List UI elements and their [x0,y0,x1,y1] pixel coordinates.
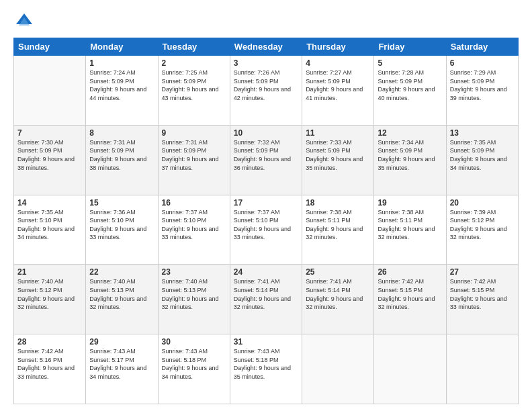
weekday-header-thursday: Thursday [302,38,374,56]
day-info: Sunrise: 7:42 AMSunset: 5:15 PMDaylight:… [450,277,515,311]
day-info: Sunrise: 7:42 AMSunset: 5:15 PMDaylight:… [378,277,442,311]
calendar-week-row: 21Sunrise: 7:40 AMSunset: 5:12 PMDayligh… [14,265,519,334]
calendar-cell [302,334,374,404]
day-info: Sunrise: 7:40 AMSunset: 5:13 PMDaylight:… [162,277,226,311]
day-info: Sunrise: 7:28 AMSunset: 5:09 PMDaylight:… [378,68,442,102]
weekday-header-saturday: Saturday [446,38,518,56]
calendar-cell: 26Sunrise: 7:42 AMSunset: 5:15 PMDayligh… [374,265,446,334]
calendar-cell: 10Sunrise: 7:32 AMSunset: 5:09 PMDayligh… [230,125,302,195]
calendar-cell: 31Sunrise: 7:43 AMSunset: 5:18 PMDayligh… [230,334,302,404]
day-number: 15 [89,198,154,208]
day-number: 3 [234,58,298,68]
calendar-cell: 30Sunrise: 7:43 AMSunset: 5:18 PMDayligh… [158,334,230,404]
calendar-cell: 28Sunrise: 7:42 AMSunset: 5:16 PMDayligh… [14,334,86,404]
day-number: 14 [17,198,82,208]
day-number: 11 [306,128,370,138]
weekday-header-row: SundayMondayTuesdayWednesdayThursdayFrid… [14,38,519,56]
calendar-cell: 16Sunrise: 7:37 AMSunset: 5:10 PMDayligh… [158,195,230,265]
calendar-page: SundayMondayTuesdayWednesdayThursdayFrid… [0,0,532,411]
day-info: Sunrise: 7:36 AMSunset: 5:10 PMDaylight:… [89,208,154,242]
day-info: Sunrise: 7:31 AMSunset: 5:09 PMDaylight:… [89,138,154,172]
calendar-week-row: 14Sunrise: 7:35 AMSunset: 5:10 PMDayligh… [14,195,519,265]
calendar-cell: 6Sunrise: 7:29 AMSunset: 5:09 PMDaylight… [446,56,518,126]
day-number: 27 [450,267,515,277]
page-header [13,11,519,32]
calendar-cell: 29Sunrise: 7:43 AMSunset: 5:17 PMDayligh… [86,334,158,404]
day-info: Sunrise: 7:25 AMSunset: 5:09 PMDaylight:… [162,68,226,102]
day-info: Sunrise: 7:30 AMSunset: 5:09 PMDaylight:… [17,138,82,172]
day-info: Sunrise: 7:34 AMSunset: 5:09 PMDaylight:… [378,138,442,172]
day-info: Sunrise: 7:37 AMSunset: 5:10 PMDaylight:… [234,208,298,242]
day-number: 25 [306,267,370,277]
day-number: 1 [89,58,154,68]
day-number: 30 [162,337,226,347]
calendar-cell: 25Sunrise: 7:41 AMSunset: 5:14 PMDayligh… [302,265,374,334]
day-info: Sunrise: 7:35 AMSunset: 5:10 PMDaylight:… [17,208,82,242]
logo [13,11,36,32]
day-number: 6 [450,58,515,68]
day-info: Sunrise: 7:39 AMSunset: 5:12 PMDaylight:… [450,208,515,242]
calendar-cell: 17Sunrise: 7:37 AMSunset: 5:10 PMDayligh… [230,195,302,265]
calendar-cell: 8Sunrise: 7:31 AMSunset: 5:09 PMDaylight… [86,125,158,195]
day-number: 13 [450,128,515,138]
day-number: 24 [234,267,298,277]
day-number: 9 [162,128,226,138]
day-number: 12 [378,128,442,138]
calendar-cell: 27Sunrise: 7:42 AMSunset: 5:15 PMDayligh… [446,265,518,334]
day-info: Sunrise: 7:41 AMSunset: 5:14 PMDaylight:… [306,277,370,311]
day-info: Sunrise: 7:43 AMSunset: 5:18 PMDaylight:… [162,347,226,381]
day-info: Sunrise: 7:26 AMSunset: 5:09 PMDaylight:… [234,68,298,102]
calendar-cell: 5Sunrise: 7:28 AMSunset: 5:09 PMDaylight… [374,56,446,126]
day-info: Sunrise: 7:31 AMSunset: 5:09 PMDaylight:… [162,138,226,172]
day-info: Sunrise: 7:41 AMSunset: 5:14 PMDaylight:… [234,277,298,311]
calendar-cell: 7Sunrise: 7:30 AMSunset: 5:09 PMDaylight… [14,125,86,195]
day-number: 31 [234,337,298,347]
weekday-header-friday: Friday [374,38,446,56]
calendar-cell: 15Sunrise: 7:36 AMSunset: 5:10 PMDayligh… [86,195,158,265]
weekday-header-sunday: Sunday [14,38,86,56]
calendar-cell: 20Sunrise: 7:39 AMSunset: 5:12 PMDayligh… [446,195,518,265]
calendar-week-row: 28Sunrise: 7:42 AMSunset: 5:16 PMDayligh… [14,334,519,404]
day-info: Sunrise: 7:35 AMSunset: 5:09 PMDaylight:… [450,138,515,172]
day-info: Sunrise: 7:43 AMSunset: 5:17 PMDaylight:… [89,347,154,381]
day-info: Sunrise: 7:40 AMSunset: 5:13 PMDaylight:… [89,277,154,311]
day-number: 21 [17,267,82,277]
weekday-header-wednesday: Wednesday [230,38,302,56]
day-number: 4 [306,58,370,68]
day-info: Sunrise: 7:43 AMSunset: 5:18 PMDaylight:… [234,347,298,381]
calendar-week-row: 7Sunrise: 7:30 AMSunset: 5:09 PMDaylight… [14,125,519,195]
calendar-cell: 3Sunrise: 7:26 AMSunset: 5:09 PMDaylight… [230,56,302,126]
calendar-cell: 24Sunrise: 7:41 AMSunset: 5:14 PMDayligh… [230,265,302,334]
weekday-header-monday: Monday [86,38,158,56]
day-info: Sunrise: 7:33 AMSunset: 5:09 PMDaylight:… [306,138,370,172]
day-number: 7 [17,128,82,138]
weekday-header-tuesday: Tuesday [158,38,230,56]
day-number: 5 [378,58,442,68]
day-number: 16 [162,198,226,208]
day-number: 18 [306,198,370,208]
calendar-cell: 18Sunrise: 7:38 AMSunset: 5:11 PMDayligh… [302,195,374,265]
day-info: Sunrise: 7:38 AMSunset: 5:11 PMDaylight:… [306,208,370,242]
day-info: Sunrise: 7:42 AMSunset: 5:16 PMDaylight:… [17,347,82,381]
calendar-cell [14,56,86,126]
calendar-week-row: 1Sunrise: 7:24 AMSunset: 5:09 PMDaylight… [14,56,519,126]
day-info: Sunrise: 7:38 AMSunset: 5:11 PMDaylight:… [378,208,442,242]
calendar-cell: 12Sunrise: 7:34 AMSunset: 5:09 PMDayligh… [374,125,446,195]
day-number: 10 [234,128,298,138]
calendar-cell: 22Sunrise: 7:40 AMSunset: 5:13 PMDayligh… [86,265,158,334]
calendar-cell: 2Sunrise: 7:25 AMSunset: 5:09 PMDaylight… [158,56,230,126]
calendar-cell: 1Sunrise: 7:24 AMSunset: 5:09 PMDaylight… [86,56,158,126]
day-info: Sunrise: 7:32 AMSunset: 5:09 PMDaylight:… [234,138,298,172]
calendar-cell: 21Sunrise: 7:40 AMSunset: 5:12 PMDayligh… [14,265,86,334]
day-number: 22 [89,267,154,277]
calendar-cell: 9Sunrise: 7:31 AMSunset: 5:09 PMDaylight… [158,125,230,195]
day-number: 17 [234,198,298,208]
calendar-table: SundayMondayTuesdayWednesdayThursdayFrid… [13,38,519,404]
calendar-cell: 23Sunrise: 7:40 AMSunset: 5:13 PMDayligh… [158,265,230,334]
day-info: Sunrise: 7:40 AMSunset: 5:12 PMDaylight:… [17,277,82,311]
calendar-cell: 13Sunrise: 7:35 AMSunset: 5:09 PMDayligh… [446,125,518,195]
day-number: 20 [450,198,515,208]
day-info: Sunrise: 7:37 AMSunset: 5:10 PMDaylight:… [162,208,226,242]
day-number: 23 [162,267,226,277]
day-number: 19 [378,198,442,208]
